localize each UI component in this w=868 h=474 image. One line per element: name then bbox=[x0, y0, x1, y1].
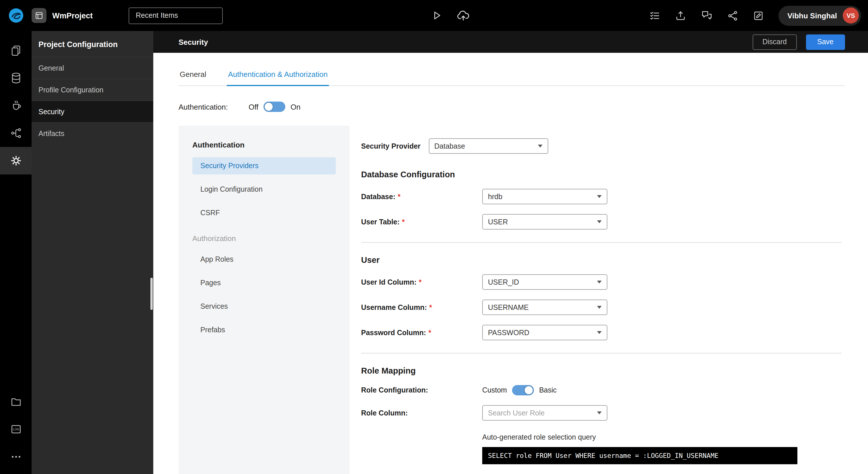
user-name: Vibhu Singhal bbox=[787, 11, 837, 20]
select-placeholder: Search User Role bbox=[488, 409, 545, 417]
checklist-icon[interactable] bbox=[648, 9, 660, 22]
rail-item-settings[interactable] bbox=[0, 147, 32, 175]
rail-item-apis[interactable] bbox=[0, 119, 32, 147]
subnav-item-label: Security Providers bbox=[200, 162, 259, 170]
username-column-select[interactable]: USERNAME bbox=[482, 299, 608, 315]
scrollbar-thumb[interactable] bbox=[150, 278, 153, 310]
chevron-down-icon bbox=[597, 220, 601, 223]
user-menu[interactable]: Vibhu Singhal VS bbox=[778, 5, 861, 26]
required-asterisk: * bbox=[398, 192, 401, 200]
role-configuration-toggle-group: Custom Basic bbox=[482, 385, 557, 396]
pages-icon bbox=[9, 44, 22, 57]
role-basic-label: Basic bbox=[539, 386, 557, 394]
rail-item-java-services[interactable] bbox=[0, 92, 32, 119]
user-table-select[interactable]: USER bbox=[482, 214, 608, 229]
divider bbox=[361, 242, 842, 243]
subnav-item-services[interactable]: Services bbox=[192, 298, 336, 315]
rail-item-files[interactable] bbox=[0, 388, 32, 415]
subnav-item-security-providers[interactable]: Security Providers bbox=[192, 157, 336, 175]
sidebar-title: Project Configuration bbox=[32, 31, 153, 57]
topbar-right-actions: Vibhu Singhal VS bbox=[648, 5, 868, 26]
sidebar-item-security[interactable]: Security bbox=[32, 100, 153, 122]
save-button[interactable]: Save bbox=[806, 34, 845, 50]
authentication-toggle[interactable] bbox=[264, 102, 285, 112]
role-column-label: Role Column: bbox=[361, 409, 482, 417]
database-select[interactable]: hrdb bbox=[482, 189, 608, 204]
deploy-icon[interactable] bbox=[456, 9, 470, 22]
subnav-item-label: CSRF bbox=[200, 209, 220, 217]
project-title: WmProject bbox=[52, 11, 93, 20]
user-id-field-row: User Id Column:* USER_ID bbox=[361, 274, 842, 290]
discard-button[interactable]: Discard bbox=[753, 34, 797, 50]
subnav-item-pages[interactable]: Pages bbox=[192, 274, 336, 291]
security-provider-label: Security Provider bbox=[361, 142, 421, 150]
role-configuration-toggle[interactable] bbox=[512, 385, 534, 396]
page-title: Security bbox=[179, 38, 208, 46]
share-icon[interactable] bbox=[726, 9, 739, 22]
wavemaker-logo-icon bbox=[7, 7, 24, 24]
header-actions: Discard Save bbox=[753, 34, 845, 50]
sidebar-item-general[interactable]: General bbox=[32, 57, 153, 78]
chevron-down-icon bbox=[597, 331, 601, 334]
chevron-down-icon bbox=[597, 411, 601, 414]
security-provider-select[interactable]: Database bbox=[429, 138, 548, 154]
tabs: General Authentication & Authorization bbox=[179, 70, 845, 86]
security-provider-row: Security Provider Database bbox=[361, 138, 842, 154]
rail-item-database[interactable] bbox=[0, 64, 32, 92]
password-column-select[interactable]: PASSWORD bbox=[482, 325, 608, 340]
subnav-section-authentication: Authentication bbox=[192, 140, 336, 149]
subnav-item-app-roles[interactable]: App Roles bbox=[192, 251, 336, 268]
subnav-item-prefabs[interactable]: Prefabs bbox=[192, 321, 336, 339]
svg-text:LOG: LOG bbox=[12, 428, 19, 431]
chat-icon[interactable] bbox=[700, 9, 713, 22]
security-provider-form: Security Provider Database Database Conf… bbox=[350, 126, 845, 474]
wavemaker-logo[interactable] bbox=[0, 7, 32, 24]
password-column-label: Password Column:* bbox=[361, 328, 482, 337]
database-label: Database:* bbox=[361, 192, 482, 200]
files-icon bbox=[9, 396, 22, 408]
rail-item-pages[interactable] bbox=[0, 37, 32, 64]
chevron-down-icon bbox=[597, 195, 601, 198]
avatar: VS bbox=[843, 7, 859, 24]
tab-authentication-authorization[interactable]: Authentication & Authorization bbox=[227, 70, 329, 86]
apis-icon bbox=[9, 127, 22, 139]
project-chip[interactable]: WmProject bbox=[32, 8, 93, 23]
user-table-field-row: User Table:* USER bbox=[361, 214, 842, 229]
sidebar-item-label: General bbox=[38, 64, 64, 72]
topbar: WmProject Recent Items bbox=[0, 0, 868, 31]
chevron-down-icon bbox=[538, 145, 542, 148]
app-window: WmProject Recent Items bbox=[0, 0, 868, 474]
database-configuration-title: Database Configuration bbox=[361, 170, 842, 179]
sidebar-item-label: Profile Configuration bbox=[38, 86, 104, 94]
recent-items-label: Recent Items bbox=[136, 11, 178, 20]
select-value: PASSWORD bbox=[488, 328, 529, 337]
run-icon[interactable] bbox=[430, 9, 443, 22]
feedback-icon[interactable] bbox=[752, 9, 764, 22]
role-column-row: Role Column: Search User Role bbox=[361, 405, 842, 421]
sidebar: Project Configuration General Profile Co… bbox=[32, 31, 153, 474]
subnav-item-login-configuration[interactable]: Login Configuration bbox=[192, 181, 336, 198]
recent-items-dropdown[interactable]: Recent Items bbox=[128, 7, 222, 24]
export-icon[interactable] bbox=[674, 9, 686, 22]
topbar-center-actions bbox=[430, 9, 470, 22]
rail-item-logs[interactable]: LOG bbox=[0, 415, 32, 443]
role-column-select[interactable]: Search User Role bbox=[482, 405, 608, 421]
subnav-item-label: Services bbox=[200, 303, 228, 311]
subnav-item-label: App Roles bbox=[200, 255, 234, 263]
sidebar-item-profile-configuration[interactable]: Profile Configuration bbox=[32, 78, 153, 100]
main-header: Security Discard Save bbox=[153, 31, 868, 53]
chevron-down-icon bbox=[597, 306, 601, 309]
rail-item-more[interactable] bbox=[0, 443, 32, 471]
select-value: hrdb bbox=[488, 192, 502, 200]
divider bbox=[361, 353, 842, 353]
subnav-item-csrf[interactable]: CSRF bbox=[192, 204, 336, 222]
role-configuration-label: Role Configuration: bbox=[361, 386, 482, 394]
rail-bottom-group: LOG bbox=[0, 388, 32, 474]
left-rail: LOG bbox=[0, 31, 32, 474]
user-id-column-select[interactable]: USER_ID bbox=[482, 274, 608, 290]
database-icon bbox=[9, 72, 22, 84]
sidebar-item-artifacts[interactable]: Artifacts bbox=[32, 122, 153, 144]
tab-general[interactable]: General bbox=[179, 70, 208, 86]
sidebar-item-label: Artifacts bbox=[38, 129, 64, 137]
required-asterisk: * bbox=[419, 278, 422, 286]
